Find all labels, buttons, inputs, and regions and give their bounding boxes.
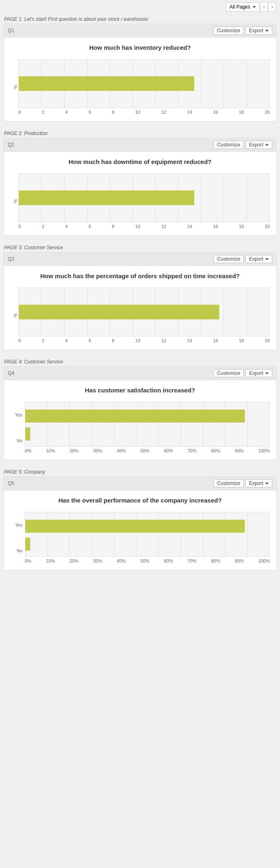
x-axis-tick: 12	[161, 110, 166, 115]
x-axis-tick: 0%	[25, 558, 31, 563]
export-button-q4[interactable]: Export	[245, 369, 272, 377]
y-axis-tick: Yes	[10, 412, 22, 417]
x-axis-tick: 4	[65, 338, 68, 343]
x-axis-tick: 20%	[69, 448, 78, 453]
x-axis-tick: 4	[65, 224, 68, 229]
chart-area-q2: %02468101214161820	[4, 170, 276, 235]
x-axis: 02468101214161820	[18, 222, 270, 229]
next-page-button[interactable]: ›	[269, 2, 276, 11]
export-button-q2[interactable]: Export	[245, 141, 272, 149]
customize-button-q1[interactable]: Customize	[213, 27, 244, 35]
page-label-5: PAGE 5: Company	[0, 467, 280, 476]
x-axis-tick: 2	[42, 110, 44, 115]
x-axis-tick: 80%	[211, 448, 220, 453]
y-axis-tick: No	[10, 438, 22, 443]
page-section-5: PAGE 5: CompanyQ5CustomizeExport Has the…	[0, 467, 280, 577]
chart-area-q4: YesNo0%10%20%30%40%50%60%70%80%90%100%	[4, 399, 276, 460]
chevron-down-icon	[253, 6, 256, 8]
x-axis-tick: 2	[42, 224, 44, 229]
question-header-q3: Q3CustomizeExport	[4, 252, 276, 266]
x-axis-tick: 70%	[187, 558, 196, 563]
top-bar: All Pages ‹ ›	[0, 0, 280, 14]
y-axis-tick: No	[10, 548, 22, 553]
y-axis-tick: Yes	[10, 523, 22, 527]
x-axis-tick: 6	[89, 110, 91, 115]
question-card-q3: Q3CustomizeExport How much has the perce…	[3, 252, 277, 350]
export-button-q1[interactable]: Export	[245, 27, 272, 35]
page-label-3: PAGE 3: Customer Service	[0, 242, 280, 252]
x-axis-tick: 60%	[164, 448, 173, 453]
page-section-2: PAGE 2: ProductionQ2CustomizeExport How …	[0, 128, 280, 242]
numeric-chart-q2: %02468101214161820	[10, 173, 270, 229]
question-title-q1: How much has inventory reduced?	[4, 38, 276, 56]
customize-button-q5[interactable]: Customize	[213, 479, 244, 487]
all-pages-button[interactable]: All Pages	[226, 2, 260, 11]
header-buttons-q4: CustomizeExport	[213, 369, 272, 377]
bar-q1	[19, 76, 194, 91]
x-axis-tick: 20	[265, 338, 270, 343]
page-section-3: PAGE 3: Customer ServiceQ3CustomizeExpor…	[0, 242, 280, 356]
question-card-q2: Q2CustomizeExport How much has downtime …	[3, 138, 277, 236]
header-buttons-q2: CustomizeExport	[213, 141, 272, 149]
question-num-q4: Q4	[8, 370, 14, 376]
x-axis-tick: 18	[239, 338, 244, 343]
question-header-q2: Q2CustomizeExport	[4, 138, 276, 152]
question-num-q2: Q2	[8, 142, 14, 148]
x-axis-tick: 8	[112, 224, 114, 229]
x-axis-tick: 40%	[117, 558, 126, 563]
customize-button-q2[interactable]: Customize	[213, 141, 244, 149]
y-axis-label: %	[10, 288, 18, 343]
pages-container: PAGE 1: Let's start! First question is a…	[0, 14, 280, 577]
x-axis-tick: 10%	[46, 448, 55, 453]
export-button-q5[interactable]: Export	[245, 479, 272, 487]
export-chevron-icon	[265, 483, 269, 485]
x-axis-tick: 0	[18, 224, 21, 229]
x-axis-tick: 10	[136, 338, 140, 343]
x-axis-tick: 2	[42, 338, 44, 343]
bar-no	[25, 427, 30, 441]
x-axis-tick: 6	[89, 224, 91, 229]
bar-yes	[25, 520, 245, 533]
question-card-q1: Q1CustomizeExport How much has inventory…	[3, 24, 277, 122]
numeric-chart-q3: %02468101214161820	[10, 288, 270, 343]
percent-chart-q5: YesNo0%10%20%30%40%50%60%70%80%90%100%	[10, 512, 270, 563]
x-axis-tick: 20	[265, 224, 270, 229]
page-section-4: PAGE 4: Customer ServiceQ4CustomizeExpor…	[0, 356, 280, 467]
page-section-1: PAGE 1: Let's start! First question is a…	[0, 14, 280, 128]
x-axis-tick: 16	[213, 224, 218, 229]
page-label-2: PAGE 2: Production	[0, 128, 280, 138]
export-chevron-icon	[265, 30, 269, 32]
x-axis-tick: 50%	[140, 448, 149, 453]
x-axis-tick: 20%	[69, 558, 78, 563]
x-axis-tick: 12	[161, 224, 166, 229]
question-num-q1: Q1	[8, 28, 14, 33]
x-axis-tick: 14	[187, 338, 192, 343]
x-axis-tick: 80%	[211, 558, 220, 563]
prev-page-button[interactable]: ‹	[260, 2, 268, 11]
x-axis-tick: 100%	[258, 448, 270, 453]
chevron-left-icon: ‹	[263, 4, 265, 10]
x-axis: 02468101214161820	[18, 108, 270, 115]
bar-yes	[25, 410, 245, 423]
x-axis-tick: 40%	[117, 448, 126, 453]
bar-no	[25, 538, 30, 551]
x-axis-tick: 18	[239, 110, 244, 115]
question-title-q5: Has the overall performance of the compa…	[4, 490, 276, 509]
customize-button-q3[interactable]: Customize	[213, 255, 244, 263]
x-axis: 0%10%20%30%40%50%60%70%80%90%100%	[25, 557, 270, 563]
percent-chart-q4: YesNo0%10%20%30%40%50%60%70%80%90%100%	[10, 402, 270, 453]
x-axis-tick: 8	[112, 110, 114, 115]
page-label-1: PAGE 1: Let's start! First question is a…	[0, 14, 280, 24]
question-title-q2: How much has downtime of equipment reduc…	[4, 152, 276, 170]
question-header-q1: Q1CustomizeExport	[4, 24, 276, 38]
x-axis-tick: 100%	[258, 558, 270, 563]
chart-area-q3: %02468101214161820	[4, 284, 276, 350]
x-axis-tick: 10%	[46, 558, 55, 563]
bar-q2	[19, 190, 194, 205]
export-button-q3[interactable]: Export	[245, 255, 272, 263]
y-axis-label: %	[10, 59, 18, 115]
question-title-q3: How much has the percentage of orders sh…	[4, 266, 276, 284]
customize-button-q4[interactable]: Customize	[213, 369, 244, 377]
question-title-q4: Has customer satisfaction increased?	[4, 380, 276, 399]
x-axis-tick: 70%	[187, 448, 196, 453]
